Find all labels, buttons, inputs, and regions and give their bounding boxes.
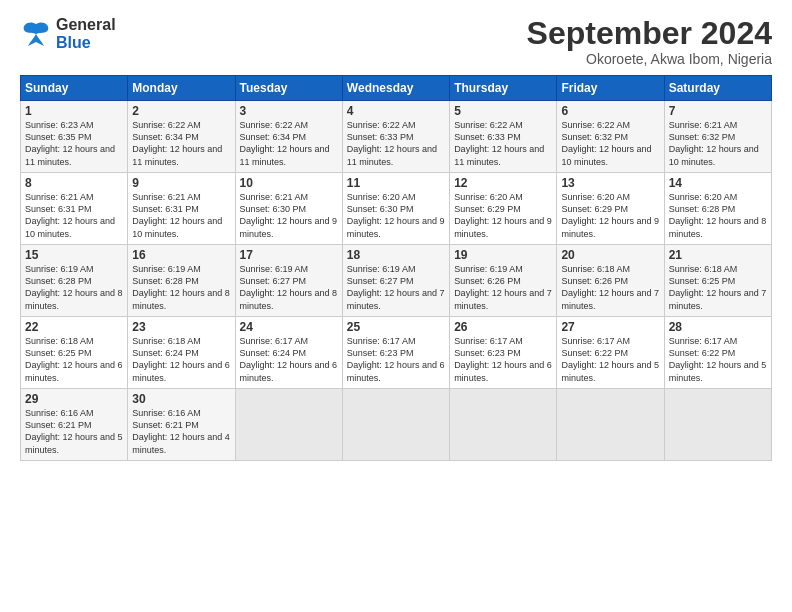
cell-info: Sunrise: 6:23 AMSunset: 6:35 PMDaylight:…: [25, 119, 123, 168]
day-number: 16: [132, 248, 230, 262]
week-row-5: 29Sunrise: 6:16 AMSunset: 6:21 PMDayligh…: [21, 389, 772, 461]
cell-info: Sunrise: 6:20 AMSunset: 6:30 PMDaylight:…: [347, 191, 445, 240]
col-monday: Monday: [128, 76, 235, 101]
day-number: 25: [347, 320, 445, 334]
cell-5-4: [342, 389, 449, 461]
cell-4-5: 26Sunrise: 6:17 AMSunset: 6:23 PMDayligh…: [450, 317, 557, 389]
day-number: 17: [240, 248, 338, 262]
cell-5-5: [450, 389, 557, 461]
col-thursday: Thursday: [450, 76, 557, 101]
cell-info: Sunrise: 6:18 AMSunset: 6:25 PMDaylight:…: [25, 335, 123, 384]
day-number: 20: [561, 248, 659, 262]
cell-1-5: 5Sunrise: 6:22 AMSunset: 6:33 PMDaylight…: [450, 101, 557, 173]
day-number: 22: [25, 320, 123, 334]
calendar-body: 1Sunrise: 6:23 AMSunset: 6:35 PMDaylight…: [21, 101, 772, 461]
day-number: 11: [347, 176, 445, 190]
cell-5-7: [664, 389, 771, 461]
page: General Blue September 2024 Okoroete, Ak…: [0, 0, 792, 612]
day-number: 5: [454, 104, 552, 118]
cell-info: Sunrise: 6:21 AMSunset: 6:32 PMDaylight:…: [669, 119, 767, 168]
cell-4-1: 22Sunrise: 6:18 AMSunset: 6:25 PMDayligh…: [21, 317, 128, 389]
day-number: 3: [240, 104, 338, 118]
day-number: 13: [561, 176, 659, 190]
col-wednesday: Wednesday: [342, 76, 449, 101]
cell-2-7: 14Sunrise: 6:20 AMSunset: 6:28 PMDayligh…: [664, 173, 771, 245]
cell-info: Sunrise: 6:22 AMSunset: 6:34 PMDaylight:…: [132, 119, 230, 168]
day-number: 27: [561, 320, 659, 334]
day-number: 1: [25, 104, 123, 118]
cell-2-4: 11Sunrise: 6:20 AMSunset: 6:30 PMDayligh…: [342, 173, 449, 245]
logo: General Blue: [20, 16, 116, 51]
cell-info: Sunrise: 6:22 AMSunset: 6:32 PMDaylight:…: [561, 119, 659, 168]
cell-info: Sunrise: 6:19 AMSunset: 6:27 PMDaylight:…: [240, 263, 338, 312]
cell-1-7: 7Sunrise: 6:21 AMSunset: 6:32 PMDaylight…: [664, 101, 771, 173]
calendar-table: Sunday Monday Tuesday Wednesday Thursday…: [20, 75, 772, 461]
cell-info: Sunrise: 6:22 AMSunset: 6:34 PMDaylight:…: [240, 119, 338, 168]
cell-3-5: 19Sunrise: 6:19 AMSunset: 6:26 PMDayligh…: [450, 245, 557, 317]
cell-info: Sunrise: 6:16 AMSunset: 6:21 PMDaylight:…: [25, 407, 123, 456]
cell-5-2: 30Sunrise: 6:16 AMSunset: 6:21 PMDayligh…: [128, 389, 235, 461]
cell-1-3: 3Sunrise: 6:22 AMSunset: 6:34 PMDaylight…: [235, 101, 342, 173]
cell-info: Sunrise: 6:19 AMSunset: 6:28 PMDaylight:…: [25, 263, 123, 312]
cell-info: Sunrise: 6:17 AMSunset: 6:22 PMDaylight:…: [561, 335, 659, 384]
cell-4-2: 23Sunrise: 6:18 AMSunset: 6:24 PMDayligh…: [128, 317, 235, 389]
cell-info: Sunrise: 6:20 AMSunset: 6:29 PMDaylight:…: [561, 191, 659, 240]
day-number: 2: [132, 104, 230, 118]
cell-1-2: 2Sunrise: 6:22 AMSunset: 6:34 PMDaylight…: [128, 101, 235, 173]
col-tuesday: Tuesday: [235, 76, 342, 101]
cell-info: Sunrise: 6:19 AMSunset: 6:26 PMDaylight:…: [454, 263, 552, 312]
cell-3-4: 18Sunrise: 6:19 AMSunset: 6:27 PMDayligh…: [342, 245, 449, 317]
cell-info: Sunrise: 6:22 AMSunset: 6:33 PMDaylight:…: [454, 119, 552, 168]
cell-1-6: 6Sunrise: 6:22 AMSunset: 6:32 PMDaylight…: [557, 101, 664, 173]
day-number: 28: [669, 320, 767, 334]
logo-line1: General: [56, 16, 116, 34]
cell-4-4: 25Sunrise: 6:17 AMSunset: 6:23 PMDayligh…: [342, 317, 449, 389]
col-sunday: Sunday: [21, 76, 128, 101]
cell-info: Sunrise: 6:16 AMSunset: 6:21 PMDaylight:…: [132, 407, 230, 456]
cell-info: Sunrise: 6:21 AMSunset: 6:30 PMDaylight:…: [240, 191, 338, 240]
cell-info: Sunrise: 6:17 AMSunset: 6:23 PMDaylight:…: [454, 335, 552, 384]
week-row-4: 22Sunrise: 6:18 AMSunset: 6:25 PMDayligh…: [21, 317, 772, 389]
cell-info: Sunrise: 6:20 AMSunset: 6:28 PMDaylight:…: [669, 191, 767, 240]
day-number: 12: [454, 176, 552, 190]
col-friday: Friday: [557, 76, 664, 101]
cell-4-3: 24Sunrise: 6:17 AMSunset: 6:24 PMDayligh…: [235, 317, 342, 389]
cell-2-2: 9Sunrise: 6:21 AMSunset: 6:31 PMDaylight…: [128, 173, 235, 245]
cell-info: Sunrise: 6:19 AMSunset: 6:28 PMDaylight:…: [132, 263, 230, 312]
day-number: 29: [25, 392, 123, 406]
cell-1-4: 4Sunrise: 6:22 AMSunset: 6:33 PMDaylight…: [342, 101, 449, 173]
cell-5-3: [235, 389, 342, 461]
logo-line2: Blue: [56, 34, 116, 52]
day-number: 24: [240, 320, 338, 334]
cell-3-7: 21Sunrise: 6:18 AMSunset: 6:25 PMDayligh…: [664, 245, 771, 317]
month-title: September 2024: [527, 16, 772, 51]
day-number: 30: [132, 392, 230, 406]
cell-2-6: 13Sunrise: 6:20 AMSunset: 6:29 PMDayligh…: [557, 173, 664, 245]
calendar-header: Sunday Monday Tuesday Wednesday Thursday…: [21, 76, 772, 101]
cell-info: Sunrise: 6:17 AMSunset: 6:22 PMDaylight:…: [669, 335, 767, 384]
day-number: 6: [561, 104, 659, 118]
cell-info: Sunrise: 6:18 AMSunset: 6:26 PMDaylight:…: [561, 263, 659, 312]
cell-2-1: 8Sunrise: 6:21 AMSunset: 6:31 PMDaylight…: [21, 173, 128, 245]
day-number: 14: [669, 176, 767, 190]
cell-3-3: 17Sunrise: 6:19 AMSunset: 6:27 PMDayligh…: [235, 245, 342, 317]
cell-info: Sunrise: 6:18 AMSunset: 6:25 PMDaylight:…: [669, 263, 767, 312]
cell-info: Sunrise: 6:20 AMSunset: 6:29 PMDaylight:…: [454, 191, 552, 240]
cell-3-6: 20Sunrise: 6:18 AMSunset: 6:26 PMDayligh…: [557, 245, 664, 317]
cell-info: Sunrise: 6:19 AMSunset: 6:27 PMDaylight:…: [347, 263, 445, 312]
header-row: Sunday Monday Tuesday Wednesday Thursday…: [21, 76, 772, 101]
cell-info: Sunrise: 6:18 AMSunset: 6:24 PMDaylight:…: [132, 335, 230, 384]
title-block: September 2024 Okoroete, Akwa Ibom, Nige…: [527, 16, 772, 67]
col-saturday: Saturday: [664, 76, 771, 101]
day-number: 18: [347, 248, 445, 262]
week-row-2: 8Sunrise: 6:21 AMSunset: 6:31 PMDaylight…: [21, 173, 772, 245]
cell-5-6: [557, 389, 664, 461]
day-number: 21: [669, 248, 767, 262]
day-number: 23: [132, 320, 230, 334]
header: General Blue September 2024 Okoroete, Ak…: [20, 16, 772, 67]
cell-info: Sunrise: 6:21 AMSunset: 6:31 PMDaylight:…: [132, 191, 230, 240]
day-number: 10: [240, 176, 338, 190]
week-row-3: 15Sunrise: 6:19 AMSunset: 6:28 PMDayligh…: [21, 245, 772, 317]
cell-2-5: 12Sunrise: 6:20 AMSunset: 6:29 PMDayligh…: [450, 173, 557, 245]
week-row-1: 1Sunrise: 6:23 AMSunset: 6:35 PMDaylight…: [21, 101, 772, 173]
